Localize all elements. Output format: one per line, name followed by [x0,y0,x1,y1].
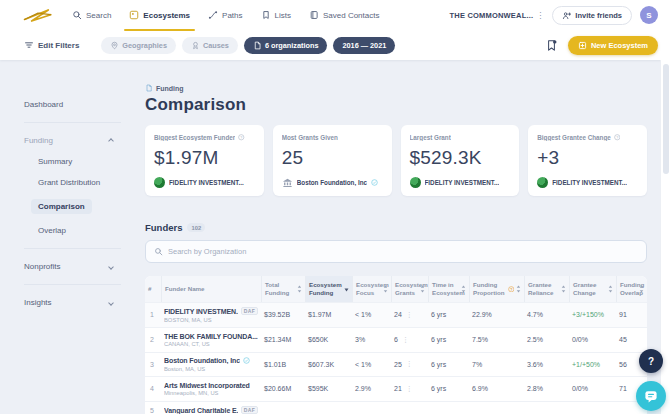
sidebar-item-grant-distribution[interactable]: Grant Distribution [0,172,133,193]
org-chip[interactable]: Boston Foundation, Inc [282,177,383,188]
column-label: Funding Proportion [473,281,506,297]
grantee-change-cell [569,402,616,414]
column-header-grantee-reliance[interactable]: Grantee Reliance [524,276,569,302]
organization-search-input[interactable] [168,247,638,256]
sort-icon[interactable] [344,285,349,293]
nav-item-search[interactable]: Search [72,0,111,30]
nav-item-lists[interactable]: Lists [261,0,291,30]
nav-label: Ecosystems [143,11,190,20]
sort-icon[interactable] [516,285,521,293]
column-header-num: # [145,276,161,302]
table-row[interactable]: 5 Vanguard Charitable E... DAF [145,401,647,414]
column-header-time-in-ecosystem[interactable]: Time in Ecosystem [428,276,469,302]
nav-icon [72,10,82,20]
sidebar-item-label: Nonprofits [24,262,60,271]
org-chip[interactable]: FIDELITY INVESTMENT... [537,177,638,188]
nav-item-paths[interactable]: Paths [208,0,242,30]
sidebar-item-comparison[interactable]: Comparison [0,193,133,220]
grantee-reliance-cell: 3.6% [524,353,569,377]
filter-pill-geographies[interactable]: Geographies [101,37,176,54]
filter-pill-2016-2021[interactable]: 2016 — 2021 [333,37,395,54]
column-header-funding-overlap[interactable]: Funding Overlap [616,276,647,302]
user-avatar[interactable]: S [640,6,658,24]
info-icon[interactable]: ? [508,286,515,293]
help-button[interactable]: ? [639,349,663,373]
grantee-reliance-cell: 2.5% [524,328,569,352]
column-header-ecosystem-funding[interactable]: Ecosystem Funding [305,276,352,302]
bookmark-icon[interactable] [545,39,558,52]
sort-icon[interactable] [420,285,425,293]
chat-button[interactable] [636,381,666,411]
row-menu-icon[interactable]: ⋮ [406,360,413,368]
total-funding-cell: $20.66M [261,377,305,401]
info-icon[interactable]: ? [238,134,245,141]
table-row[interactable]: 4 Arts Midwest Incorporated Minneapolis,… [145,376,647,401]
column-header-ecosystem-grants[interactable]: Ecosystem Grants [391,276,428,302]
sidebar-item-overlap[interactable]: Overlap [0,220,133,241]
verified-icon [243,357,250,364]
stat-value: +3 [537,147,638,169]
sort-icon[interactable] [383,285,388,293]
nav-item-ecosystems[interactable]: Ecosystems [129,0,190,30]
table-row[interactable]: 2 THE BOK FAMILY FOUNDA... CANAAN, CT, U… [145,327,647,352]
row-menu-icon[interactable]: ⋮ [406,311,413,319]
column-header-ecosystem-focus[interactable]: Ecosystem Focus [352,276,391,302]
kebab-icon[interactable]: ⋮ [536,11,544,20]
total-funding-cell: $21.34M [261,328,305,352]
scrollbar-thumb[interactable] [663,64,669,174]
column-header-funding-proportion[interactable]: Funding Proportion ? [469,276,524,302]
nav-item-saved-contacts[interactable]: Saved Contacts [309,0,379,30]
new-ecosystem-button[interactable]: New Ecosystem [568,36,658,55]
sort-icon[interactable] [461,285,466,293]
stat-card: Most Grants Given 25 Boston Foundation, … [273,125,392,196]
invite-friends-button[interactable]: Invite friends [552,6,632,25]
sidebar-item-dashboard[interactable]: Dashboard [0,94,133,115]
sidebar-item-summary[interactable]: Summary [0,151,133,172]
sort-icon[interactable] [561,285,566,293]
sidebar-item-insights[interactable]: Insights [0,292,133,313]
funder-name[interactable]: THE BOK FAMILY FOUNDA... [164,333,258,340]
column-header-total-funding[interactable]: Total Funding [261,276,305,302]
org-chip[interactable]: FIDELITY INVESTMENT... [154,177,255,188]
table-row[interactable]: 1 FIDELITY INVESTMEN... DAF BOSTON, MA, … [145,302,647,328]
filter-pill-causes[interactable]: Causes [182,37,238,54]
filter-pill-6-organizations[interactable]: 6 organizations [244,37,328,54]
row-number: 4 [145,377,161,401]
sidebar-item-label: Dashboard [24,100,63,109]
funder-name[interactable]: Vanguard Charitable E... [164,407,238,414]
app-root: Search Ecosystems Paths Lists Saved Cont… [0,0,670,414]
row-menu-icon[interactable]: ⋮ [406,385,413,393]
funding-proportion-cell [469,402,524,414]
funder-name[interactable]: Arts Midwest Incorporated [164,382,250,389]
svg-text:?: ? [240,136,242,140]
org-chip[interactable]: FIDELITY INVESTMENT... [410,177,511,188]
funding-overlap-cell: 45 [616,328,647,352]
funder-name[interactable]: Boston Foundation, Inc [164,357,240,364]
funder-name[interactable]: FIDELITY INVESTMEN... [164,308,238,315]
ecosystem-grants-cell: 24 ⋮ [391,303,428,328]
row-menu-icon[interactable]: ⋮ [402,336,409,344]
funding-proportion-cell: 22.9% [469,303,524,328]
column-label: # [148,285,158,293]
row-number: 2 [145,328,161,352]
search-bar [145,240,647,263]
sidebar-item-label: Insights [24,298,52,307]
edit-filters-label: Edit Filters [38,41,79,50]
total-funding-cell [261,402,305,414]
sidebar-item-funding[interactable]: Funding [0,130,133,151]
nav-label: Lists [275,11,291,20]
stat-label: Biggest Grantee Change [537,134,610,141]
account-menu[interactable]: THE COMMONWEAL... ⋮ [450,11,545,20]
sort-icon[interactable] [608,285,613,293]
table-row[interactable]: 3 Boston Foundation, Inc Boston, MA, US … [145,352,647,377]
sort-icon[interactable] [639,285,644,293]
info-icon[interactable]: ? [614,134,621,141]
funding-proportion-cell: 6.9% [469,377,524,401]
app-logo[interactable] [22,6,54,25]
sort-icon[interactable] [297,285,302,293]
grants-value: 6 [394,336,398,343]
edit-filters-button[interactable]: Edit Filters [24,40,79,50]
column-header-grantee-change[interactable]: Grantee Change [569,276,616,302]
stat-label: Most Grants Given [282,134,338,141]
sidebar-item-nonprofits[interactable]: Nonprofits [0,256,133,277]
